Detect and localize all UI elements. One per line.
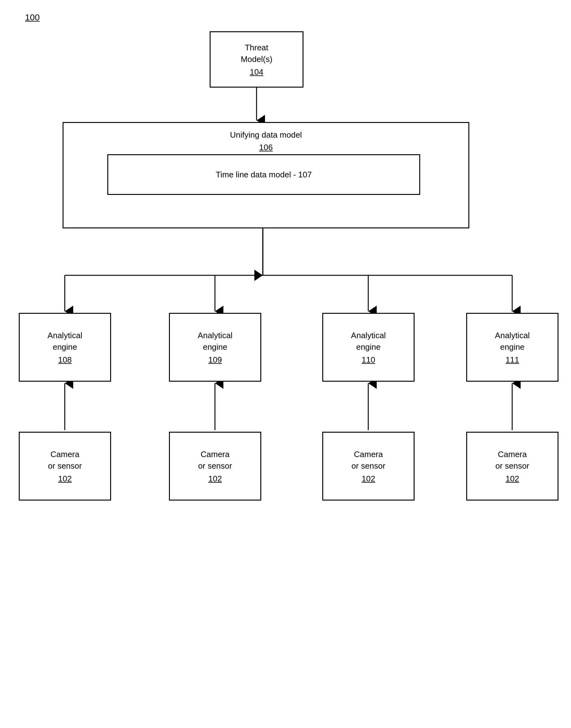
camera-2-box: Cameraor sensor 102 <box>169 432 261 501</box>
camera-1-number: 102 <box>58 474 72 484</box>
engine-111-number: 111 <box>505 355 519 365</box>
engine-110-label: Analyticalengine <box>351 330 386 353</box>
engine-108-label: Analyticalengine <box>47 330 82 353</box>
unifying-model-number: 106 <box>64 143 468 152</box>
engine-108-number: 108 <box>58 355 72 365</box>
timeline-model-box: Time line data model - 107 <box>107 154 420 195</box>
threat-model-box: ThreatModel(s) 104 <box>210 31 304 88</box>
diagram-container: 100 <box>0 0 571 728</box>
camera-1-box: Cameraor sensor 102 <box>19 432 111 501</box>
camera-4-label: Cameraor sensor <box>495 449 529 472</box>
diagram-top-label: 100 <box>25 12 40 22</box>
engine-109-number: 109 <box>208 355 222 365</box>
engine-111-box: Analyticalengine 111 <box>466 313 559 382</box>
engine-111-label: Analyticalengine <box>495 330 530 353</box>
engine-109-box: Analyticalengine 109 <box>169 313 261 382</box>
engine-110-number: 110 <box>362 355 375 365</box>
engine-109-label: Analyticalengine <box>198 330 232 353</box>
engine-108-box: Analyticalengine 108 <box>19 313 111 382</box>
timeline-model-label: Time line data model - 107 <box>216 169 312 180</box>
camera-3-number: 102 <box>362 474 375 484</box>
camera-4-box: Cameraor sensor 102 <box>466 432 559 501</box>
unifying-model-label: Unifying data model <box>64 129 468 140</box>
camera-2-number: 102 <box>208 474 222 484</box>
threat-model-label: ThreatModel(s) <box>241 42 272 65</box>
unifying-model-box: Unifying data model 106 Time line data m… <box>63 122 469 228</box>
camera-4-number: 102 <box>505 474 519 484</box>
camera-2-label: Cameraor sensor <box>198 449 232 472</box>
engine-110-box: Analyticalengine 110 <box>322 313 415 382</box>
threat-model-number: 104 <box>250 67 263 77</box>
camera-3-box: Cameraor sensor 102 <box>322 432 415 501</box>
camera-1-label: Cameraor sensor <box>48 449 82 472</box>
camera-3-label: Cameraor sensor <box>351 449 385 472</box>
